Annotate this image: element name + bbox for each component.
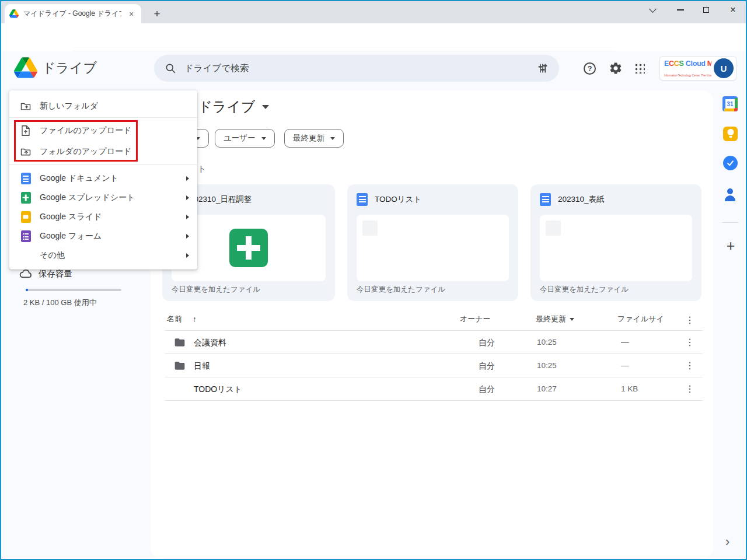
hide-side-panel-chevron-icon[interactable]: › bbox=[725, 534, 729, 550]
window-minimize-button[interactable] bbox=[671, 1, 690, 19]
docs-icon bbox=[21, 173, 31, 184]
app-name: ドライブ bbox=[42, 59, 97, 77]
storage-usage-text: 2 KB / 100 GB 使用中 bbox=[23, 298, 97, 308]
browser-tab[interactable]: マイドライブ - Google ドライブ × bbox=[5, 4, 141, 23]
settings-gear-icon[interactable] bbox=[609, 61, 623, 75]
submenu-arrow-icon bbox=[186, 215, 189, 219]
submenu-arrow-icon bbox=[186, 195, 189, 200]
get-addons-plus-icon[interactable]: + bbox=[723, 238, 738, 253]
menu-item-more[interactable]: その他 bbox=[9, 246, 197, 265]
storage-progress-fill bbox=[26, 289, 28, 291]
eccs-subtitle: Information Technology Center, The Unive… bbox=[664, 74, 711, 77]
eccs-logo: ECCS Cloud Mail Information Technology C… bbox=[664, 58, 711, 79]
minimize-icon bbox=[677, 9, 684, 10]
card-thumbnail bbox=[357, 215, 509, 281]
search-input[interactable] bbox=[184, 63, 529, 74]
tab-close-icon[interactable]: × bbox=[126, 9, 137, 19]
chevron-down-icon bbox=[261, 137, 266, 140]
search-options-tune-icon[interactable] bbox=[537, 62, 549, 74]
submenu-arrow-icon bbox=[186, 253, 189, 258]
file-row-3[interactable]: TODOリスト 自分 10:27 1 KB ⋮ bbox=[165, 377, 703, 401]
forms-icon bbox=[21, 230, 31, 242]
folder-icon bbox=[174, 337, 186, 348]
sheets-logo-thumbnail bbox=[229, 229, 268, 267]
slides-icon bbox=[21, 211, 31, 223]
highlight-box bbox=[14, 120, 138, 162]
docs-file-icon bbox=[357, 193, 368, 206]
filter-chip-people[interactable]: ユーザー bbox=[215, 129, 275, 148]
maximize-icon bbox=[703, 7, 709, 13]
title-dropdown-caret-icon bbox=[262, 105, 269, 109]
drive-logo bbox=[14, 57, 37, 78]
table-options-kebab-icon[interactable]: ⋮ bbox=[683, 313, 697, 327]
window-maximize-button[interactable] bbox=[697, 1, 715, 19]
keep-icon[interactable] bbox=[723, 127, 738, 141]
column-header-owner[interactable]: オーナー bbox=[460, 313, 491, 325]
row-kebab-icon[interactable]: ⋮ bbox=[683, 335, 697, 349]
sort-ascending-icon[interactable]: ↑ bbox=[193, 313, 197, 325]
menu-item-google-slides[interactable]: Google スライド bbox=[9, 207, 197, 226]
suggestion-card-2[interactable]: TODOリスト 今日変更を加えたファイル bbox=[347, 184, 518, 301]
menu-item-google-sheets[interactable]: Google スプレッドシート bbox=[9, 188, 197, 207]
folder-icon bbox=[174, 360, 186, 372]
browser-toolbar: ← → ↻ drive.google.com/drive/my-drive ☆ … bbox=[0, 23, 747, 51]
file-row-1[interactable]: 会議資料 自分 10:25 — ⋮ bbox=[165, 331, 703, 354]
submenu-arrow-icon bbox=[186, 234, 189, 239]
menu-item-google-forms[interactable]: Google フォーム bbox=[9, 226, 197, 246]
window-menu-chevron-icon[interactable] bbox=[643, 1, 662, 19]
menu-item-google-docs[interactable]: Google ドキュメント bbox=[9, 169, 197, 188]
new-menu: 新しいフォルダ ファイルのアップロード フォルダのアップロード Google ド… bbox=[9, 90, 197, 270]
row-kebab-icon[interactable]: ⋮ bbox=[683, 382, 697, 396]
contacts-icon[interactable] bbox=[723, 188, 737, 202]
file-row-2[interactable]: 日報 自分 10:25 — ⋮ bbox=[165, 354, 703, 377]
row-kebab-icon[interactable]: ⋮ bbox=[683, 359, 697, 373]
filter-chip-modified[interactable]: 最終更新 bbox=[284, 129, 344, 148]
apps-grid-icon[interactable] bbox=[634, 63, 645, 74]
docs-file-icon bbox=[540, 193, 551, 206]
storage-label[interactable]: 保存容量 bbox=[39, 268, 72, 279]
column-header-modified[interactable]: 最終更新 bbox=[536, 313, 574, 325]
account-badge[interactable]: ECCS Cloud Mail Information Technology C… bbox=[659, 56, 736, 80]
submenu-arrow-icon bbox=[186, 176, 189, 181]
column-header-size[interactable]: ファイルサイ bbox=[617, 313, 664, 325]
side-panel-divider bbox=[722, 222, 738, 223]
screen: マイドライブ - Google ドライブ × + × ← → ↻ drive.g… bbox=[0, 0, 747, 560]
new-folder-icon bbox=[20, 100, 32, 112]
window-close-button[interactable]: × bbox=[724, 1, 742, 19]
sort-dropdown-caret-icon bbox=[570, 318, 574, 321]
sheets-icon bbox=[21, 192, 31, 204]
browser-titlebar: マイドライブ - Google ドライブ × + × bbox=[0, 0, 747, 23]
suggestion-card-3[interactable]: 202310_表紙 今日変更を加えたファイル bbox=[530, 184, 701, 301]
chevron-down-icon bbox=[649, 5, 657, 13]
card-thumbnail bbox=[540, 215, 692, 281]
column-header-name[interactable]: 名前 bbox=[167, 313, 182, 325]
calendar-icon[interactable]: 31 bbox=[722, 96, 738, 111]
drive-favicon bbox=[9, 9, 19, 18]
tab-title: マイドライブ - Google ドライブ bbox=[23, 9, 121, 19]
search-bar[interactable] bbox=[154, 55, 559, 82]
new-tab-button[interactable]: + bbox=[149, 6, 165, 22]
tasks-icon[interactable] bbox=[723, 156, 738, 170]
chevron-down-icon bbox=[330, 137, 335, 140]
account-avatar[interactable]: U bbox=[714, 58, 734, 78]
search-icon bbox=[165, 62, 176, 74]
menu-item-new-folder[interactable]: 新しいフォルダ bbox=[9, 95, 197, 117]
main-content: マイドライブ ユーザー 最終更新 候補リスト 202310_日程調整 今日変更を… bbox=[151, 90, 713, 558]
storage-progress-bar bbox=[26, 289, 121, 291]
help-icon[interactable]: ? bbox=[584, 62, 596, 75]
